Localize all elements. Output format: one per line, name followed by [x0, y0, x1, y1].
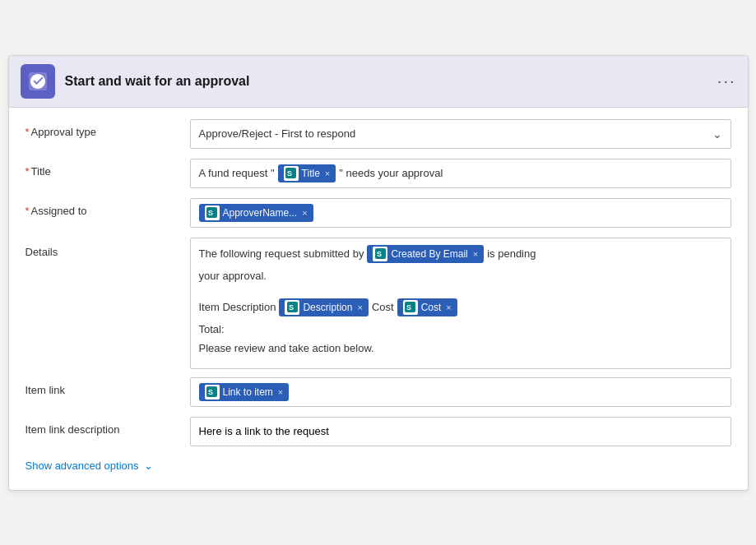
- show-advanced-label: Show advanced options: [26, 460, 139, 472]
- item-link-row: Item link S Link to item ×: [26, 377, 731, 409]
- link-to-item-close[interactable]: ×: [278, 387, 283, 397]
- card-body: *Approval type Approve/Reject - First to…: [9, 108, 748, 490]
- assigned-to-label: *Assigned to: [26, 198, 190, 217]
- card-title: Start and wait for an approval: [65, 74, 717, 89]
- title-input[interactable]: A fund request " S Title × " needs your …: [190, 159, 731, 188]
- details-item-desc-label: Item Description: [199, 301, 276, 313]
- details-line-5: Please review and take action below.: [199, 342, 722, 354]
- sharepoint-icon-2: S: [205, 206, 220, 220]
- details-textarea[interactable]: The following request submitted by S Cre…: [190, 238, 731, 369]
- details-row: Details The following request submitted …: [26, 238, 731, 369]
- item-link-label: Item link: [26, 377, 190, 396]
- title-row: *Title A fund request " S Title × " need…: [26, 159, 731, 190]
- details-cost-label: Cost: [372, 301, 394, 313]
- title-label: *Title: [26, 159, 190, 178]
- show-advanced-button[interactable]: Show advanced options ⌄: [26, 456, 731, 475]
- details-review-text: Please review and take action below.: [199, 342, 374, 354]
- cost-token: S Cost ×: [397, 298, 457, 316]
- svg-text:S: S: [208, 388, 213, 396]
- approval-type-value: Approve/Reject - First to respond: [199, 127, 356, 140]
- sharepoint-icon-6: S: [205, 385, 220, 400]
- item-link-desc-input[interactable]: Here is a link to the request: [190, 417, 731, 446]
- sharepoint-icon-5: S: [403, 300, 418, 315]
- assigned-to-token-close[interactable]: ×: [302, 208, 307, 218]
- sharepoint-icon: S: [284, 166, 299, 181]
- approval-card: Start and wait for an approval ··· *Appr…: [8, 55, 749, 491]
- link-to-item-token: S Link to item ×: [199, 383, 290, 401]
- assigned-to-token: S ApproverName... ×: [199, 204, 313, 222]
- created-by-email-token: S Created By Email ×: [367, 245, 484, 263]
- sharepoint-icon-4: S: [285, 300, 299, 315]
- details-line-4: Total:: [199, 323, 722, 335]
- created-by-email-close[interactable]: ×: [473, 249, 478, 259]
- cost-close[interactable]: ×: [446, 303, 451, 312]
- approval-type-row: *Approval type Approve/Reject - First to…: [26, 119, 731, 150]
- description-close[interactable]: ×: [357, 303, 362, 312]
- svg-text:S: S: [287, 169, 292, 178]
- title-suffix-text: " needs your approval: [339, 167, 443, 179]
- svg-text:S: S: [406, 303, 411, 312]
- svg-text:S: S: [208, 209, 213, 217]
- approval-type-label: *Approval type: [26, 119, 190, 138]
- details-line-1: The following request submitted by S Cre…: [199, 245, 722, 263]
- approval-type-select[interactable]: Approve/Reject - First to respond ⌄: [190, 119, 731, 149]
- details-line2-text: your approval.: [199, 270, 267, 282]
- details-total-text: Total:: [199, 323, 225, 335]
- sharepoint-icon-3: S: [373, 247, 387, 261]
- assigned-to-input[interactable]: S ApproverName... ×: [190, 198, 731, 228]
- title-prefix-text: A fund request ": [199, 167, 275, 179]
- chevron-down-icon-2: ⌄: [144, 460, 153, 472]
- item-link-desc-label: Item link description: [26, 417, 190, 436]
- svg-text:S: S: [377, 250, 382, 258]
- details-line1-after: is pending: [487, 247, 536, 260]
- item-link-input[interactable]: S Link to item ×: [190, 377, 731, 407]
- header-icon: [21, 64, 55, 99]
- details-line-2: your approval.: [199, 270, 722, 282]
- assigned-to-row: *Assigned to S ApproverName... ×: [26, 198, 731, 229]
- card-header: Start and wait for an approval ···: [9, 56, 748, 108]
- details-line1-before: The following request submitted by: [199, 247, 364, 260]
- title-token-close[interactable]: ×: [325, 169, 330, 178]
- more-options-button[interactable]: ···: [717, 72, 736, 90]
- description-token: S Description ×: [279, 298, 368, 316]
- item-link-desc-row: Item link description Here is a link to …: [26, 417, 731, 448]
- chevron-down-icon: ⌄: [712, 127, 722, 141]
- svg-text:S: S: [289, 303, 294, 312]
- details-line-3: Item Description S Description × Cost S …: [199, 298, 722, 316]
- item-link-desc-value: Here is a link to the request: [199, 425, 329, 437]
- title-token: S Title ×: [278, 164, 336, 182]
- details-label: Details: [26, 238, 190, 258]
